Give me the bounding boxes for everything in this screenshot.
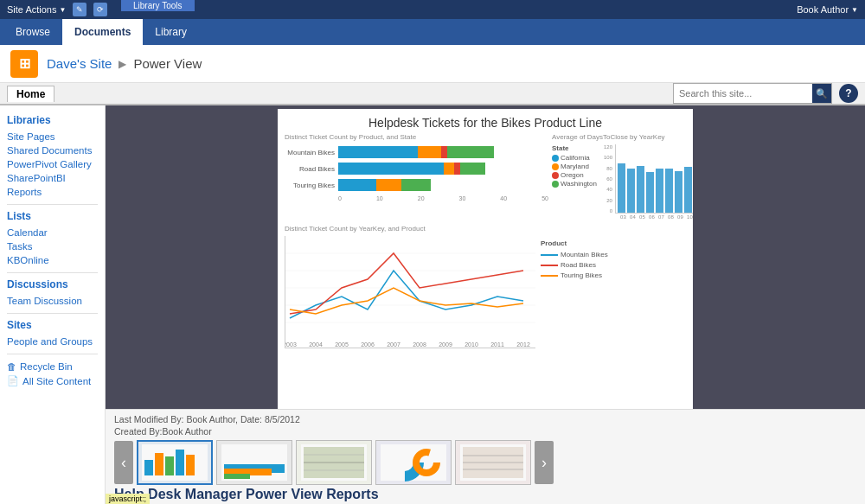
svg-text:2008: 2008: [413, 341, 426, 348]
sidebar-item-people-groups[interactable]: People and Groups: [3, 335, 101, 348]
svg-text:2004: 2004: [309, 341, 323, 348]
thumb-5[interactable]: [455, 440, 531, 485]
thumb-4[interactable]: [375, 440, 452, 485]
svg-text:2009: 2009: [439, 341, 452, 348]
svg-text:2012: 2012: [516, 341, 530, 348]
chart-container: Helpdesk Tickets for the Bikes Product L…: [106, 105, 865, 409]
bottom-area: Last Modified By: Book Author, Date: 8/5…: [106, 409, 865, 504]
sidebar-item-tasks[interactable]: Tasks: [3, 239, 101, 253]
svg-text:2006: 2006: [361, 341, 375, 348]
thumb-2[interactable]: [216, 440, 292, 485]
site-logo: ⊞: [10, 50, 38, 78]
library-tools-label: Library Tools: [121, 0, 195, 11]
sidebar-item-sharepointbi[interactable]: SharePointBI: [3, 171, 101, 185]
sidebar-section-discussions: Discussions: [7, 278, 101, 290]
search-box: 🔍: [673, 83, 832, 104]
svg-rect-23: [176, 450, 184, 475]
bottom-title: Help Desk Manager Power View Reports: [114, 487, 856, 502]
sidebar-recycle-bin[interactable]: 🗑 Recycle Bin: [3, 360, 101, 373]
svg-text:2010: 2010: [465, 341, 478, 348]
svg-text:2011: 2011: [490, 341, 504, 348]
tab-documents[interactable]: Documents: [62, 19, 143, 45]
bar-label-touring: Touring Bikes: [285, 182, 335, 189]
bar-label-road: Road Bikes: [285, 165, 335, 173]
svg-rect-21: [155, 453, 163, 475]
breadcrumb-current: Power View: [133, 56, 202, 71]
site-actions-button[interactable]: Site Actions ▼: [7, 4, 66, 15]
created-by: Created By:Book Author: [114, 426, 856, 437]
sidebar-item-site-pages[interactable]: Site Pages: [3, 130, 101, 144]
recycle-bin-icon: 🗑: [7, 361, 16, 372]
sidebar-item-reports[interactable]: Reports: [3, 185, 101, 199]
next-thumb-button[interactable]: ›: [535, 441, 554, 484]
search-input[interactable]: [674, 86, 812, 100]
sidebar-item-team-discussion[interactable]: Team Discussion: [3, 294, 101, 308]
all-content-icon: 📄: [7, 375, 19, 386]
breadcrumb: ⊞ Dave's Site ▶ Power View: [0, 45, 865, 83]
svg-rect-24: [186, 455, 195, 475]
bar-chart-label: Distinct Ticket Count by Product, and St…: [285, 133, 548, 141]
site-actions-dropdown-icon: ▼: [59, 6, 66, 14]
line-chart-legend: Product Mountain Bikes Road Bikes: [541, 236, 608, 348]
thumb-1[interactable]: [137, 440, 213, 485]
sidebar-section-lists: Lists: [7, 210, 101, 222]
sync-icon[interactable]: ⟳: [93, 3, 107, 16]
bar-label-mountain: Mountain Bikes: [285, 149, 335, 156]
site-name-link[interactable]: Dave's Site: [47, 56, 112, 71]
svg-rect-22: [165, 456, 174, 475]
sidebar-item-calendar[interactable]: Calendar: [3, 226, 101, 239]
chart-title: Helpdesk Tickets for the Bikes Product L…: [278, 109, 693, 133]
svg-rect-20: [144, 460, 153, 475]
chart-panel: Helpdesk Tickets for the Bikes Product L…: [278, 109, 693, 409]
sidebar: Libraries Site Pages Shared Documents Po…: [0, 105, 106, 504]
svg-rect-28: [224, 474, 250, 479]
modified-by: Last Modified By: Book Author, Date: 8/5…: [114, 413, 856, 426]
svg-text:2005: 2005: [335, 341, 349, 348]
chart-legend: State California Maryland: [552, 144, 597, 220]
user-menu[interactable]: Book Author ▼: [797, 4, 858, 15]
sidebar-item-kbonline[interactable]: KBOnline: [3, 253, 101, 267]
nav-bar: Home 🔍 ?: [0, 83, 865, 105]
user-dropdown-icon: ▼: [851, 6, 858, 14]
line-chart-label: Distinct Ticket Count by YearKey, and Pr…: [285, 225, 686, 233]
svg-text:2007: 2007: [387, 341, 400, 348]
breadcrumb-separator: ▶: [119, 58, 126, 70]
sidebar-section-libraries: Libraries: [7, 114, 101, 126]
tab-library[interactable]: Library: [143, 19, 199, 45]
sidebar-item-shared-documents[interactable]: Shared Documents: [3, 144, 101, 157]
sidebar-section-sites: Sites: [7, 319, 101, 331]
help-button[interactable]: ?: [839, 84, 858, 103]
js-status-bar: javascript:;: [106, 494, 150, 504]
thumb-3[interactable]: [296, 440, 372, 485]
tab-browse[interactable]: Browse: [3, 19, 62, 45]
right-chart-label: Average of DaysToClose by YearKey: [552, 133, 686, 141]
edit-page-icon[interactable]: ✎: [73, 3, 86, 16]
sidebar-all-site-content[interactable]: 📄 All Site Content: [3, 373, 101, 388]
sidebar-item-powerpivot[interactable]: PowerPivot Gallery: [3, 157, 101, 171]
svg-text:2003: 2003: [285, 341, 297, 348]
search-button[interactable]: 🔍: [812, 84, 831, 103]
prev-thumb-button[interactable]: ‹: [114, 441, 133, 484]
nav-item-home[interactable]: Home: [7, 86, 54, 102]
line-chart-svg: 8 6 4 2 2003 2004: [285, 236, 535, 348]
